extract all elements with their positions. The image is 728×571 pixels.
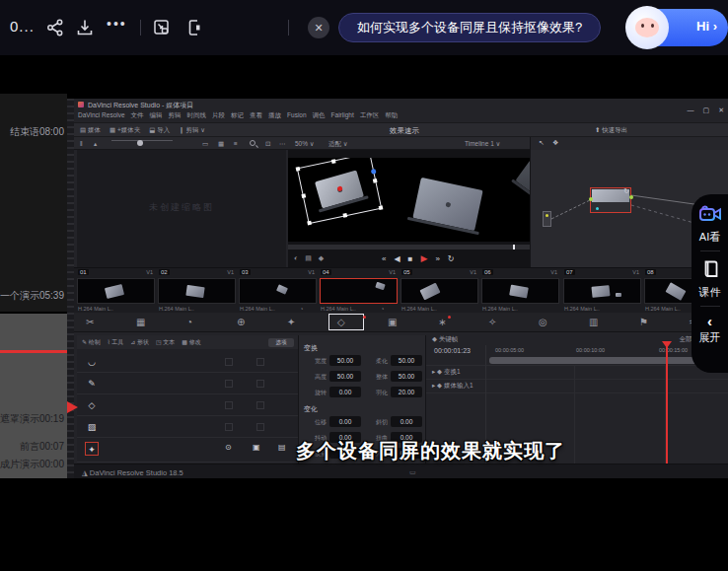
menu-item: 标记 <box>231 111 244 120</box>
ruler-label: 00:00:10:00 <box>576 347 605 353</box>
chapter-item[interactable]: 成片演示00:00 <box>0 458 64 471</box>
transform-center-point <box>336 185 342 191</box>
play-icon: ▶ <box>420 253 427 263</box>
layer-row: ✎ <box>77 373 298 394</box>
clip-06: 06V1 H.264 Main L.. <box>481 269 559 313</box>
transform-rotate-handle <box>371 169 377 175</box>
davinci-logo-icon <box>78 102 84 107</box>
menu-item: Fusion <box>287 111 307 120</box>
add-bin-button: ▦ +媒体夹 <box>109 126 140 135</box>
marker-icon: ▴ <box>94 140 97 148</box>
layer-row: ▨ <box>77 416 298 438</box>
list-icon: ▤ <box>278 443 286 452</box>
ai-watch-label: AI看 <box>699 231 720 243</box>
render-icon: ◐ <box>294 254 298 262</box>
list-view-icon: ≡ <box>234 140 238 147</box>
more-options-icon[interactable]: ••• <box>107 16 126 36</box>
menu-item: DaVinci Resolve <box>78 111 125 120</box>
clip-04-selected: 04V1 H.264 Main L..◔ <box>320 269 398 313</box>
clip-07: 07V1 H.264 Main L.. <box>563 269 641 313</box>
selected-brush-icon: ✦ <box>85 442 99 456</box>
editor-statusbar: ◮ DaVinci Resolve Studio 18.5 ▭ <box>74 464 728 478</box>
timeline-playhead <box>666 346 668 464</box>
camera-icon: ▤ <box>305 254 312 262</box>
chapter-item[interactable]: 前言00:07 <box>20 440 64 454</box>
chapter-item[interactable]: 手动遮罩演示00:19 <box>0 412 64 426</box>
grid-view-icon: ▦ <box>218 140 224 148</box>
tab-draw: ✎ 绘制 <box>82 338 101 347</box>
notification-dot <box>448 316 451 319</box>
menu-item: 帮助 <box>385 111 398 120</box>
inspector-row: 宽度50.00 柔化50.00 <box>299 355 425 368</box>
menu-item: 文件 <box>131 111 144 120</box>
ai-watch-button[interactable]: AI看 <box>698 204 722 243</box>
chapter-item[interactable]: 结束语08:00 <box>10 125 64 139</box>
layers-panel: ✎ 绘制 ⌇ 工具 ⊿ 形状 ◳ 文本 ▩ 修改 选项 ◡ ✎ ◇ <box>77 335 298 464</box>
goto-start-icon: « <box>382 254 386 263</box>
selected-media-node: ↻ <box>590 187 631 213</box>
ai-question-pill[interactable]: 如何实现多个设备同屏且保持抠像效果? <box>338 13 601 42</box>
download-icon[interactable] <box>75 18 95 37</box>
menu-item: 调色 <box>313 111 326 120</box>
audio-icon: ◆ <box>319 254 324 262</box>
tool-selection-bracket <box>328 314 364 330</box>
share-icon[interactable] <box>45 18 65 37</box>
close-question-icon[interactable]: ✕ <box>308 17 329 38</box>
window-controls: — ▢ ✕ <box>688 107 725 114</box>
courseware-label: 课件 <box>699 286 721 298</box>
inspector-section-title: 变化 <box>304 404 318 414</box>
tab-shapes: ⊿ 形状 <box>130 338 149 347</box>
tab-text: ◳ 文本 <box>156 338 175 347</box>
loop-icon: ↻ <box>448 254 455 263</box>
expand-label: 展开 <box>699 331 721 343</box>
laptop-thumbnail <box>412 178 482 231</box>
app-version-label: ◮ DaVinci Resolve Studio 18.5 <box>82 468 183 477</box>
clip-05: 05V1 H.264 Main L.. <box>400 269 478 313</box>
clip-01: 01V1 H.264 Main L.. <box>77 269 155 313</box>
side-window-icon[interactable] <box>184 18 204 37</box>
clip-filmstrip: 01V1 H.264 Main L.. 02V1 H.264 Main L.. … <box>74 267 728 313</box>
insert-icon: ▭ <box>202 140 208 148</box>
menu-item: 时间线 <box>187 111 207 120</box>
top-toolbar: 0... ••• ✕ 如何实现多个设备同屏且保持抠像效果? <box>0 0 728 55</box>
ai-assistant-button[interactable]: Hi › <box>628 9 728 46</box>
layer-row-selected: ✦ ⊙ ▣ ▤ <box>77 438 298 463</box>
screenshot-icon[interactable] <box>152 18 172 37</box>
media-pool-button: ▤ 媒体 <box>80 126 101 135</box>
clip-03: 03V1 H.264 Main L..◔ <box>239 269 317 313</box>
pointer-icon: ↖ <box>539 139 545 147</box>
chevron-left-icon: ‹ <box>707 315 712 328</box>
media-viewer-empty: 未创建缩略图 <box>77 150 286 267</box>
keyframe-track-label: ▸ ◆ 媒体输入1 <box>432 382 473 391</box>
solo-icon: ▣ <box>253 443 260 452</box>
tool-icon: ▣ <box>388 317 397 328</box>
power-icon: ⊙ <box>225 443 232 452</box>
tool-icon: ✂ <box>86 317 94 328</box>
inspector-row: 高度50.00 整体50.00 <box>299 371 425 384</box>
close-window-icon: ✕ <box>718 107 724 114</box>
editor-left-edge <box>67 99 74 478</box>
courseware-book-icon <box>700 259 720 283</box>
player-control-bar: 00:05:02 00:07:55 倍速 超清 字幕 SVIP 查找 选集 <box>0 498 728 571</box>
pin-icon: ‖ <box>80 140 83 147</box>
tool-icon: ⊕ <box>237 317 245 328</box>
arc-tool-icon: ◡ <box>85 355 99 369</box>
tool-icon: ⚑ <box>639 317 648 328</box>
tool-icon: ◔ <box>186 317 192 328</box>
editor-tool-row: ✂ ▦ ◔ ⊕ ✦ ◇ ▣ ∗ ✧ ◎ ▥ ⚑ ≈ <box>74 313 728 332</box>
keyframe-track-label: ▸ ◆ 变换1 <box>432 368 461 377</box>
chapter-item[interactable]: 后一个演示05:39 <box>0 289 64 303</box>
toolbar-center-title: 效果速示 <box>390 126 419 136</box>
layers-header: ✎ 绘制 ⌇ 工具 ⊿ 形状 ◳ 文本 ▩ 修改 选项 <box>77 335 298 349</box>
status-center-icon: ▭ <box>409 468 416 476</box>
video-frame[interactable]: 结束语08:00 后一个演示05:39 手动遮罩演示00:19 前言00:07 … <box>0 55 728 498</box>
keyframe-panel-title: ◆ 关键帧 <box>432 335 458 344</box>
tab-tools: ⌇ 工具 <box>108 338 124 347</box>
inspector-row: 旋转0.00 羽化20.00 <box>299 387 425 399</box>
panel-divider <box>700 306 720 307</box>
expand-panel-button[interactable]: ‹ 展开 <box>699 315 721 343</box>
expand-icon: ⊡ <box>265 140 270 148</box>
layer-row: ◇ <box>77 394 298 416</box>
menu-item: 查看 <box>250 111 262 120</box>
courseware-button[interactable]: 课件 <box>699 259 721 298</box>
